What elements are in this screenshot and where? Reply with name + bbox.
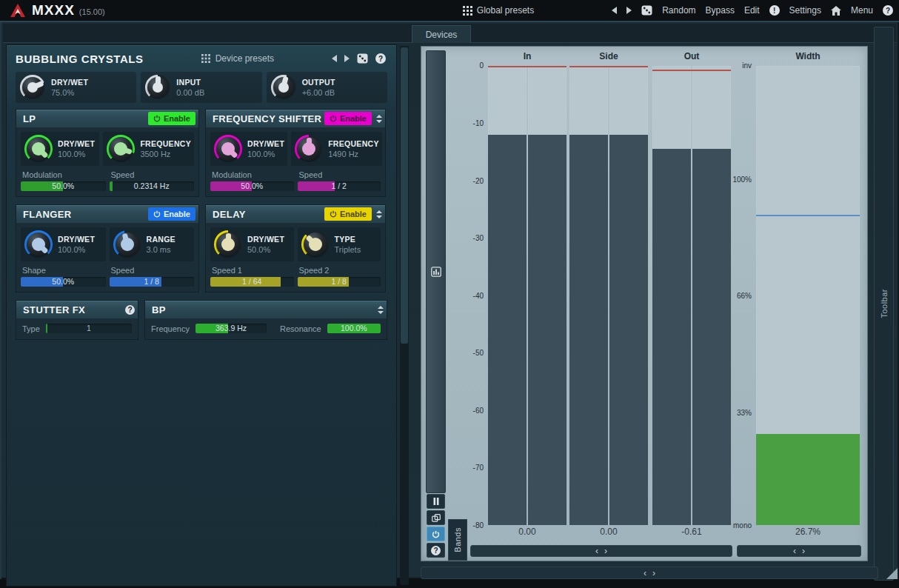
next-device-preset-button[interactable] <box>344 55 350 62</box>
drywet-master-knob[interactable] <box>20 75 45 100</box>
width-scrollbar[interactable]: ‹ › <box>737 545 861 557</box>
speed2-slider-cell: Speed 2 1 / 8 <box>298 265 381 287</box>
home-icon[interactable] <box>831 6 841 16</box>
settings-button[interactable]: Settings <box>789 5 821 16</box>
drywet-knob[interactable] <box>214 230 242 258</box>
output-gain-knob[interactable] <box>271 75 296 100</box>
enable-button[interactable]: Enable <box>324 112 372 125</box>
previous-device-preset-button[interactable] <box>332 55 337 62</box>
detach-window-button[interactable] <box>427 510 445 525</box>
help-icon[interactable]: ? <box>883 5 893 16</box>
main-tabstrip: Devices <box>3 24 896 43</box>
tab-devices[interactable]: Devices <box>412 25 471 43</box>
slider-label: Modulation <box>22 170 106 179</box>
scroll-left-icon[interactable]: ‹ <box>793 547 796 555</box>
previous-preset-button[interactable] <box>612 7 617 14</box>
shape-slider[interactable]: 50.0% <box>21 277 106 287</box>
drywet-knob[interactable] <box>24 135 53 163</box>
module-title: STUTTER FX <box>23 304 85 315</box>
module-selector-spinner[interactable] <box>375 210 382 218</box>
modulation-slider[interactable]: 50.0% <box>210 181 294 191</box>
module-selector-spinner[interactable] <box>375 115 382 123</box>
meters-scrollbar[interactable]: ‹ › <box>470 545 732 557</box>
pause-button[interactable] <box>427 494 445 509</box>
scroll-right-icon[interactable]: › <box>802 547 805 555</box>
enable-label: Enable <box>340 210 367 218</box>
power-icon <box>153 115 161 122</box>
type-knob[interactable] <box>301 230 330 258</box>
edit-button[interactable]: Edit <box>744 5 760 16</box>
knob-label: INPUT <box>176 78 204 87</box>
app-version: (15.00) <box>79 7 105 16</box>
frequency-knob[interactable] <box>107 135 135 163</box>
random-button[interactable]: Random <box>662 5 695 16</box>
module-selector-spinner[interactable] <box>377 306 384 314</box>
scroll-right-icon[interactable]: › <box>652 569 655 578</box>
speed-slider[interactable]: 1 / 8 <box>110 277 195 287</box>
grid-icon <box>201 54 210 63</box>
knob-value: 100.0% <box>58 245 95 254</box>
alert-icon[interactable]: ! <box>769 5 780 16</box>
analyzer-collapsed-tab[interactable] <box>426 50 446 493</box>
randomize-dice-icon[interactable] <box>357 53 368 64</box>
device-panel-scrollbar[interactable] <box>400 46 409 585</box>
range-knob[interactable] <box>113 230 141 258</box>
enable-button[interactable]: Enable <box>148 112 195 125</box>
knob-label: FREQUENCY <box>328 139 379 148</box>
drywet-knob[interactable] <box>214 135 242 163</box>
drywet-knob[interactable] <box>24 230 53 258</box>
enable-button[interactable]: Enable <box>324 207 372 221</box>
meter-group-out <box>652 66 731 525</box>
power-icon <box>432 530 440 538</box>
db-scale-label: -40 <box>450 292 484 300</box>
bottom-scrollbar[interactable]: ‹ › <box>421 567 878 579</box>
pause-icon <box>433 498 439 505</box>
slider-label: Modulation <box>212 170 294 179</box>
module-title: LP <box>23 113 36 124</box>
enable-button[interactable]: Enable <box>148 207 195 221</box>
knob-value: 1490 Hz <box>328 150 379 158</box>
resonance-label: Resonance <box>280 324 321 333</box>
window-resize-handle[interactable] <box>886 568 898 579</box>
frequency-slider[interactable]: 363.9 Hz <box>195 324 267 333</box>
meter-value-out: -0.61 <box>652 527 731 537</box>
slider-label: Speed <box>111 266 195 275</box>
scroll-left-icon[interactable]: ‹ <box>595 547 598 555</box>
speed-slider-cell: Speed 1 / 8 <box>110 265 195 287</box>
help-icon[interactable]: ? <box>375 53 386 64</box>
bypass-button[interactable]: Bypass <box>706 5 735 16</box>
meter-group-width <box>756 66 860 525</box>
drywet-knob-cell: DRY/WET 100.0% <box>21 227 106 261</box>
scroll-right-icon[interactable]: › <box>604 547 607 555</box>
device-chain-panel: BUBBLING CRYSTALS Device presets ? <box>6 44 397 587</box>
modulation-slider[interactable]: 50.0% <box>21 181 106 191</box>
slider-value: 50.0% <box>21 277 106 287</box>
type-slider[interactable]: 1 <box>46 324 132 333</box>
global-presets-button[interactable]: Global presets <box>463 5 534 16</box>
power-icon <box>330 115 337 122</box>
meter-power-button[interactable] <box>427 527 445 541</box>
input-gain-knob[interactable] <box>145 75 170 100</box>
drywet-knob-cell: DRY/WET 100.0% <box>210 132 287 166</box>
module-header: STUTTER FX ? <box>16 301 138 318</box>
toolbar-collapsed-tab[interactable]: Toolbar <box>874 27 894 581</box>
speed1-slider[interactable]: 1 / 64 <box>210 277 294 287</box>
knob-value: +6.00 dB <box>302 88 335 97</box>
knob-value: 50.0% <box>247 245 284 254</box>
device-presets-button[interactable]: Device presets <box>144 53 332 64</box>
meter-help-button[interactable]: ? <box>427 543 445 558</box>
scroll-left-icon[interactable]: ‹ <box>644 569 646 578</box>
width-average-marker <box>756 215 860 216</box>
scrollbar-thumb[interactable] <box>401 47 408 344</box>
randomize-dice-icon[interactable] <box>641 5 652 16</box>
menu-button[interactable]: Menu <box>851 5 873 16</box>
resonance-slider[interactable]: 100.0% <box>327 324 381 333</box>
help-icon[interactable]: ? <box>125 305 135 315</box>
meter-header-side: Side <box>569 51 648 61</box>
next-preset-button[interactable] <box>626 7 632 14</box>
speed2-slider[interactable]: 1 / 8 <box>298 277 381 287</box>
speed-slider[interactable]: 1 / 2 <box>298 181 381 191</box>
frequency-knob[interactable] <box>295 135 323 163</box>
speed-slider[interactable]: 0.2314 Hz <box>110 181 195 191</box>
slider-value: 1 / 2 <box>298 181 381 191</box>
